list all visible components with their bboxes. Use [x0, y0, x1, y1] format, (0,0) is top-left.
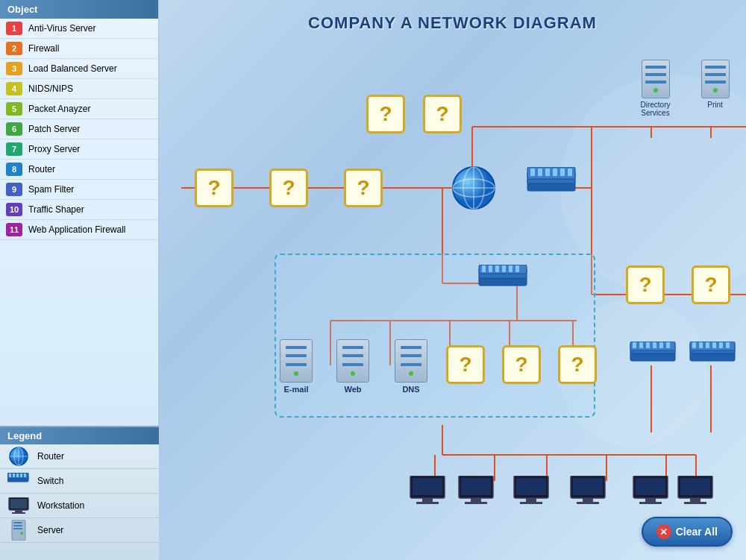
- qbox-mid-1[interactable]: ?: [626, 265, 665, 304]
- workstation-2[interactable]: [457, 476, 495, 507]
- svg-rect-93: [712, 342, 716, 348]
- obj-item-6[interactable]: 6 Patch Server: [0, 119, 158, 139]
- workstation-5[interactable]: [632, 476, 669, 507]
- obj-label-9: Spam Filter: [28, 184, 74, 195]
- router-legend-label: Router: [37, 451, 64, 462]
- web-server[interactable]: Web: [336, 339, 369, 394]
- print-server[interactable]: Print: [695, 60, 736, 109]
- svg-rect-12: [10, 499, 27, 509]
- obj-label-8: Router: [28, 164, 55, 174]
- obj-num-10: 10: [6, 203, 22, 216]
- server-line: [286, 346, 307, 349]
- server-dot: [653, 88, 658, 92]
- obj-item-8[interactable]: 8 Router: [0, 160, 158, 180]
- svg-rect-82: [639, 342, 643, 348]
- server-dot: [409, 371, 413, 376]
- obj-label-10: Traffic Shaper: [28, 204, 84, 215]
- obj-item-3[interactable]: 3 Load Balanced Server: [0, 59, 158, 79]
- clear-all-button[interactable]: ✕ Clear All: [642, 517, 733, 547]
- obj-item-9[interactable]: 9 Spam Filter: [0, 180, 158, 200]
- right-switch-2[interactable]: [689, 342, 736, 377]
- svg-rect-81: [633, 342, 636, 348]
- right-switch-1[interactable]: [629, 342, 677, 377]
- server-label: DNS: [395, 385, 427, 394]
- obj-num-11: 11: [6, 223, 22, 236]
- workstation-4[interactable]: [569, 476, 606, 507]
- obj-item-7[interactable]: 7 Proxy Server: [0, 139, 158, 160]
- svg-rect-91: [699, 342, 703, 348]
- qbox-row-3[interactable]: ?: [344, 169, 383, 207]
- qbox-row-1[interactable]: ?: [195, 169, 233, 207]
- obj-item-2[interactable]: 2 Firewall: [0, 39, 158, 59]
- obj-num-7: 7: [6, 142, 22, 156]
- workstation-legend-label: Workstation: [37, 500, 84, 511]
- obj-label-4: NIDS/NIPS: [28, 84, 73, 94]
- obj-num-3: 3: [6, 62, 22, 75]
- directory-services-server[interactable]: DirectoryServices: [635, 60, 676, 117]
- server-line: [705, 81, 726, 84]
- qbox-mid-2[interactable]: ?: [692, 265, 730, 304]
- obj-item-4[interactable]: 4 NIDS/NIPS: [0, 79, 158, 99]
- obj-label-3: Load Balanced Server: [28, 63, 117, 74]
- qbox-top-1[interactable]: ?: [366, 95, 405, 133]
- workstation-1[interactable]: [409, 476, 446, 507]
- server-dot: [294, 371, 298, 376]
- svg-rect-17: [13, 525, 22, 526]
- svg-rect-67: [560, 169, 565, 176]
- obj-item-11[interactable]: 11 Web Application Firewall: [0, 220, 158, 240]
- svg-rect-126: [680, 478, 710, 495]
- email-server[interactable]: E-mail: [280, 339, 313, 394]
- svg-rect-18: [13, 528, 22, 529]
- obj-label-1: Anti-Virus Server: [28, 23, 95, 34]
- server-label: Print: [707, 101, 723, 109]
- svg-rect-72: [482, 265, 486, 272]
- switch-legend-icon: [7, 473, 30, 489]
- obj-item-1[interactable]: 1 Anti-Virus Server: [0, 19, 158, 39]
- qbox-row-2[interactable]: ?: [269, 169, 308, 207]
- workstation-3[interactable]: [513, 476, 550, 507]
- svg-rect-112: [465, 502, 487, 504]
- obj-label-5: Packet Anayzer: [28, 104, 90, 114]
- obj-num-8: 8: [6, 163, 22, 176]
- svg-rect-114: [516, 478, 546, 495]
- server-line: [342, 346, 363, 349]
- svg-rect-68: [568, 169, 572, 176]
- svg-rect-128: [684, 502, 706, 504]
- svg-rect-110: [461, 478, 491, 495]
- qbox-top-2[interactable]: ?: [423, 95, 462, 133]
- obj-item-5[interactable]: 5 Packet Anayzer: [0, 99, 158, 119]
- server-tower-icon: [642, 60, 670, 98]
- server-tower-icon: [701, 60, 730, 98]
- legend-item-server: Server: [0, 518, 159, 543]
- svg-rect-63: [530, 169, 535, 176]
- qbox-dmz-1[interactable]: ?: [446, 345, 485, 384]
- qbox-dmz-2[interactable]: ?: [502, 345, 541, 384]
- svg-rect-86: [666, 342, 670, 348]
- workstation-6[interactable]: [677, 476, 714, 507]
- obj-label-7: Proxy Server: [28, 144, 80, 154]
- server-legend-icon: [7, 522, 30, 538]
- legend-item-workstation: Workstation: [0, 494, 159, 518]
- main-switch[interactable]: [524, 167, 578, 212]
- svg-rect-122: [636, 478, 665, 495]
- dns-server[interactable]: DNS: [395, 339, 427, 394]
- dmz-switch[interactable]: [476, 265, 530, 305]
- svg-rect-9: [20, 474, 22, 477]
- server-line: [401, 363, 421, 366]
- svg-rect-123: [645, 498, 656, 502]
- workstation-legend-icon: [7, 497, 30, 514]
- server-line: [401, 354, 421, 357]
- svg-rect-8: [16, 474, 19, 477]
- panel-title: Object: [7, 4, 37, 15]
- main-router[interactable]: [450, 164, 498, 215]
- diagram-area: COMPANY A NETWORK DIAGRAM: [159, 0, 746, 560]
- server-line: [286, 354, 307, 357]
- qbox-dmz-3[interactable]: ?: [558, 345, 597, 384]
- svg-rect-16: [13, 522, 22, 523]
- obj-item-10[interactable]: 10 Traffic Shaper: [0, 200, 158, 220]
- svg-rect-74: [495, 265, 499, 272]
- svg-rect-65: [545, 169, 550, 176]
- server-tower-icon: [280, 339, 313, 383]
- svg-rect-127: [690, 498, 700, 502]
- server-legend-label: Server: [37, 525, 63, 535]
